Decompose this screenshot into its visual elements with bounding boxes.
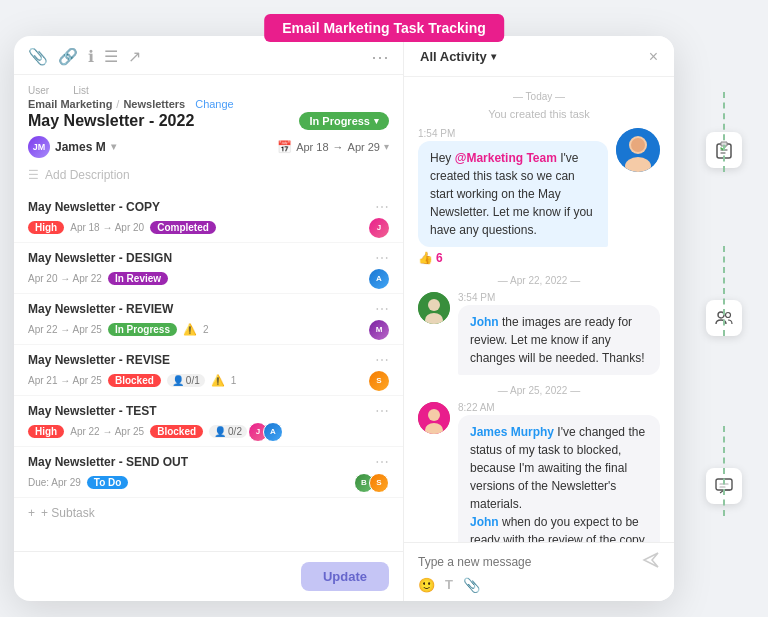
- update-button[interactable]: Update: [301, 562, 389, 591]
- counter-badge: 👤 0/2: [209, 425, 247, 438]
- more-options-icon[interactable]: ⋯: [371, 46, 389, 68]
- dashed-line-top: [723, 92, 725, 172]
- chat-input-row: [418, 551, 660, 573]
- system-message: You created this task: [418, 108, 660, 120]
- reaction[interactable]: 👍 6: [418, 251, 608, 265]
- chat-bubble: Hey @Marketing Team I've created this ta…: [418, 141, 608, 247]
- tag-blocked: Blocked: [108, 374, 161, 387]
- chat-time: 8:22 AM: [458, 402, 660, 413]
- activity-chevron-icon: ▾: [491, 51, 496, 62]
- activity-dropdown[interactable]: All Activity ▾: [420, 49, 496, 64]
- status-badge[interactable]: In Progress ▾: [299, 112, 389, 130]
- filter-icon[interactable]: ☰: [104, 47, 118, 66]
- chat-panel: All Activity ▾ × — Today — You created t…: [404, 36, 674, 601]
- chat-bubble: John the images are ready for review. Le…: [458, 305, 660, 375]
- send-button[interactable]: [642, 551, 660, 573]
- subtask-item: May Newsletter - SEND OUT ⋯ Due: Apr 29 …: [14, 447, 403, 498]
- subtask-menu-icon[interactable]: ⋯: [375, 199, 389, 215]
- subtask-menu-icon[interactable]: ⋯: [375, 454, 389, 470]
- subtask-date: Apr 21 → Apr 25: [28, 375, 102, 386]
- subtask-title: May Newsletter - TEST: [28, 404, 157, 418]
- chat-message: 1:54 PM Hey @Marketing Team I've created…: [418, 128, 660, 265]
- subtask-date: Apr 22 → Apr 25: [28, 324, 102, 335]
- warn-count: 1: [231, 375, 237, 386]
- day-label: — Today —: [418, 91, 660, 102]
- attachment-icon[interactable]: 📎: [463, 577, 480, 593]
- share-icon[interactable]: ↗: [128, 47, 141, 66]
- change-link[interactable]: Change: [195, 98, 234, 110]
- svg-point-5: [428, 299, 440, 311]
- add-subtask-label: + Subtask: [41, 506, 95, 520]
- subtask-title: May Newsletter - REVIEW: [28, 302, 173, 316]
- svg-point-8: [428, 409, 440, 421]
- subtask-menu-icon[interactable]: ⋯: [375, 301, 389, 317]
- reaction-emoji: 👍: [418, 251, 433, 265]
- counter-icon: 👤: [214, 426, 226, 437]
- subtask-avatar: S: [369, 473, 389, 493]
- emoji-icon[interactable]: 🙂: [418, 577, 435, 593]
- chat-mention: @Marketing Team: [455, 151, 557, 165]
- chat-message: 3:54 PM John the images are ready for re…: [418, 292, 660, 375]
- chat-content: 3:54 PM John the images are ready for re…: [458, 292, 660, 375]
- tag-to-do: To Do: [87, 476, 129, 489]
- status-label: In Progress: [309, 115, 370, 127]
- close-button[interactable]: ×: [649, 48, 658, 66]
- activity-label: All Activity: [420, 49, 487, 64]
- add-icon: +: [28, 506, 35, 520]
- description-placeholder: Add Description: [45, 168, 130, 182]
- tag-blocked: Blocked: [150, 425, 203, 438]
- subtask-menu-icon[interactable]: ⋯: [375, 352, 389, 368]
- left-panel: 📎 🔗 ℹ ☰ ↗ ⋯ User List Email Marketing / …: [14, 36, 404, 601]
- subtask-menu-icon[interactable]: ⋯: [375, 250, 389, 266]
- subtask-title: May Newsletter - SEND OUT: [28, 455, 188, 469]
- breadcrumb-separator: /: [116, 98, 119, 110]
- reaction-count: 6: [436, 251, 443, 265]
- assignee-button[interactable]: JM James M ▾: [28, 136, 116, 158]
- user-label: User: [28, 85, 49, 96]
- date-range[interactable]: 📅 Apr 18 → Apr 29 ▾: [277, 140, 389, 154]
- subtask-avatar: J: [369, 218, 389, 238]
- chat-mention: John: [470, 515, 499, 529]
- link-icon[interactable]: 🔗: [58, 47, 78, 66]
- svg-point-3: [631, 138, 645, 152]
- subtask-item: May Newsletter - REVISE ⋯ Apr 21 → Apr 2…: [14, 345, 403, 396]
- date-chevron-icon: ▾: [384, 141, 389, 152]
- subtask-item: May Newsletter - REVIEW ⋯ Apr 22 → Apr 2…: [14, 294, 403, 345]
- subtask-menu-icon[interactable]: ⋯: [375, 403, 389, 419]
- warning-icon: ⚠️: [211, 374, 225, 387]
- breadcrumb: User List: [28, 85, 389, 96]
- subtask-item: May Newsletter - DESIGN ⋯ Apr 20 → Apr 2…: [14, 243, 403, 294]
- page-title: Email Marketing Task Tracking: [264, 14, 504, 42]
- chat-input[interactable]: [418, 555, 634, 569]
- assignee-avatar: JM: [28, 136, 50, 158]
- description-row[interactable]: ☰ Add Description: [28, 164, 389, 186]
- chat-body: — Today — You created this task: [404, 77, 674, 542]
- text-format-icon[interactable]: T: [445, 577, 453, 592]
- counter-badge: 👤 0/1: [167, 374, 205, 387]
- info-icon[interactable]: ℹ: [88, 47, 94, 66]
- subtask-title: May Newsletter - DESIGN: [28, 251, 172, 265]
- chat-mention: James Murphy: [470, 425, 554, 439]
- assignee-name: James M: [55, 140, 106, 154]
- chat-avatar: [418, 292, 450, 324]
- tag-high: High: [28, 221, 64, 234]
- chat-content: 1:54 PM Hey @Marketing Team I've created…: [418, 128, 608, 265]
- task-title-row: May Newsletter - 2022 In Progress ▾: [28, 112, 389, 130]
- paperclip-icon[interactable]: 📎: [28, 47, 48, 66]
- add-subtask-button[interactable]: + + Subtask: [14, 498, 403, 528]
- tag-in-review: In Review: [108, 272, 168, 285]
- subtask-item: May Newsletter - TEST ⋯ High Apr 22 → Ap…: [14, 396, 403, 447]
- date-to: Apr 29: [348, 141, 380, 153]
- breadcrumb-user: Email Marketing: [28, 98, 112, 110]
- date-arrow: →: [333, 141, 344, 153]
- subtask-date: Apr 20 → Apr 22: [28, 273, 102, 284]
- description-icon: ☰: [28, 168, 39, 182]
- left-footer: Update: [14, 551, 403, 601]
- subtask-date: Apr 18 → Apr 20: [70, 222, 144, 233]
- chat-mention: John: [470, 315, 499, 329]
- assignee-chevron-icon: ▾: [111, 141, 116, 152]
- tag-high: High: [28, 425, 64, 438]
- chat-content: 8:22 AM James Murphy I've changed the st…: [458, 402, 660, 542]
- counter-value: 0/2: [228, 426, 242, 437]
- chat-message: 8:22 AM James Murphy I've changed the st…: [418, 402, 660, 542]
